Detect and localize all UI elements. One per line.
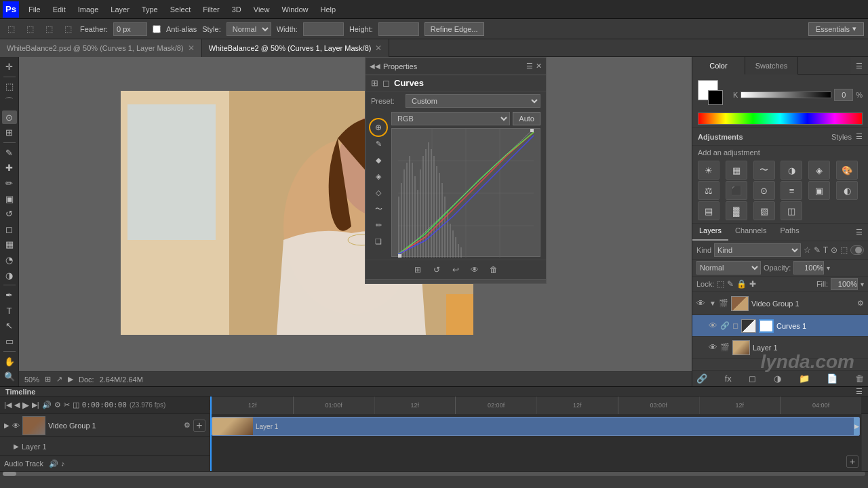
curves-mask-toggle[interactable]: ◻ xyxy=(732,321,738,330)
feather-input[interactable] xyxy=(113,22,147,36)
tab-color[interactable]: Color xyxy=(692,57,745,75)
adj-selectivecolor-icon[interactable]: ◫ xyxy=(781,201,802,220)
dodge-tool[interactable]: ◑ xyxy=(2,268,17,283)
audio-note-icon[interactable]: ♪ xyxy=(61,460,65,468)
layer-filter-icon-4[interactable]: ⊙ xyxy=(831,245,837,255)
color-panel-menu-icon[interactable]: ☰ xyxy=(850,57,868,75)
lock-icon-1[interactable]: ⬚ xyxy=(717,279,724,289)
kind-select[interactable]: Kind xyxy=(714,243,801,257)
timeline-settings-icon[interactable]: ☰ xyxy=(856,387,863,396)
menu-3d[interactable]: 3D xyxy=(226,4,247,15)
layer-filter-icon-3[interactable]: T xyxy=(823,245,828,255)
curves-mask-icon[interactable]: ◻ xyxy=(382,78,390,88)
tl-transition-icon[interactable]: ◫ xyxy=(73,401,79,409)
tab-0-close-icon[interactable]: ✕ xyxy=(188,43,195,53)
background-swatch[interactable] xyxy=(708,90,723,105)
tl-play-icon[interactable]: ▶ xyxy=(22,400,29,410)
eraser-tool[interactable]: ◻ xyxy=(2,222,17,237)
curves-smooth-tool[interactable]: 〜 xyxy=(371,201,386,216)
tl-audio-icon[interactable]: 🔊 xyxy=(42,401,52,409)
adj-photofilt-icon[interactable]: ⊙ xyxy=(753,181,775,200)
zoom-tool[interactable]: 🔍 xyxy=(2,369,17,384)
paths-tab[interactable]: Paths xyxy=(774,224,806,241)
curves-bottom-icon-1[interactable]: ⊞ xyxy=(411,263,425,277)
layer-item-curves[interactable]: 👁 🔗 ◻ Curves 1 xyxy=(692,315,868,337)
tl-settings-icon[interactable]: ⚙ xyxy=(54,401,61,409)
adj-gradientmap-icon[interactable]: ▧ xyxy=(753,201,775,220)
curves-bottom-icon-4[interactable]: 👁 xyxy=(468,263,481,277)
status-play-icon[interactable]: ▶ xyxy=(68,375,73,384)
tl-add-track-right[interactable]: + xyxy=(846,455,859,468)
tl-video-clip[interactable]: Layer 1 ▶ xyxy=(212,417,860,436)
layer-filter-icon-1[interactable]: ☆ xyxy=(804,245,811,255)
channel-select[interactable]: RGB xyxy=(391,112,510,125)
audio-mute-icon[interactable]: 🔊 xyxy=(49,460,58,468)
filter-toggle[interactable] xyxy=(850,245,864,255)
channels-tab[interactable]: Channels xyxy=(728,224,773,241)
adj-channelmixer-icon[interactable]: ≡ xyxy=(781,181,802,200)
tl-next-frame-icon[interactable]: ▶| xyxy=(32,401,39,409)
blur-tool[interactable]: ◔ xyxy=(2,253,17,267)
curves-bottom-icon-3[interactable]: ↩ xyxy=(449,263,462,277)
tl-expand-layer-icon[interactable]: ▶ xyxy=(14,443,19,450)
menu-filter[interactable]: Filter xyxy=(197,4,224,15)
curves-eyedropper-black[interactable]: ◆ xyxy=(371,152,386,167)
layer-filter-icon-5[interactable]: ⬚ xyxy=(840,245,848,255)
adj-brightness-icon[interactable]: ☀ xyxy=(698,161,719,180)
tl-add-track-btn[interactable]: + xyxy=(193,420,205,432)
curves-eyedropper-gray[interactable]: ◈ xyxy=(371,169,386,184)
marquee-tool[interactable]: ⬚ xyxy=(2,80,17,94)
lasso-tool[interactable]: ⌒ xyxy=(2,95,17,109)
menu-select[interactable]: Select xyxy=(165,4,197,15)
curves-pixel-icon[interactable]: ⊞ xyxy=(371,78,378,88)
adj-bw-icon[interactable]: ⬛ xyxy=(726,181,747,200)
layers-tab[interactable]: Layers xyxy=(692,224,728,241)
adj-hue-icon[interactable]: 🎨 xyxy=(836,161,858,180)
adj-menu-icon[interactable]: ☰ xyxy=(856,132,863,141)
video-group-vis-icon[interactable]: 👁 xyxy=(696,298,705,308)
curves-pencil-tool[interactable]: ✏ xyxy=(371,218,386,232)
layer-filter-icon-2[interactable]: ✎ xyxy=(814,245,821,255)
history-brush-tool[interactable]: ↺ xyxy=(2,207,17,221)
tl-group-vis-icon[interactable]: 👁 xyxy=(12,422,20,430)
opacity-arrow-icon[interactable]: ▾ xyxy=(827,264,830,272)
curves-bottom-icon-2[interactable]: ↺ xyxy=(430,263,443,277)
k-value-input[interactable] xyxy=(834,89,853,101)
link-layers-icon[interactable]: 🔗 xyxy=(696,373,707,384)
path-select-tool[interactable]: ↖ xyxy=(2,319,17,333)
blend-mode-select[interactable]: Normal xyxy=(696,261,761,274)
adj-exposure-icon[interactable]: ◑ xyxy=(781,161,802,180)
foreground-swatch[interactable] xyxy=(698,80,718,100)
menu-image[interactable]: Image xyxy=(73,4,104,15)
color-gradient-bar[interactable] xyxy=(698,113,863,125)
brush-tool[interactable]: ✏ xyxy=(2,176,17,190)
adj-vibrance-icon[interactable]: ◈ xyxy=(808,161,830,180)
curves-draw-tool[interactable]: ✎ xyxy=(371,136,386,151)
delete-layer-icon[interactable]: 🗑 xyxy=(855,373,864,384)
status-export-icon[interactable]: ↗ xyxy=(56,375,62,384)
adj-levels-icon[interactable]: ▦ xyxy=(726,161,747,180)
adj-colorbalance-icon[interactable]: ⚖ xyxy=(698,181,719,200)
new-layer-icon[interactable]: 📄 xyxy=(827,373,837,384)
fill-input[interactable] xyxy=(831,278,858,290)
adj-posterize-icon[interactable]: ▤ xyxy=(698,201,719,220)
add-mask-icon[interactable]: ◻ xyxy=(749,373,756,384)
status-doc-icon[interactable]: ⊞ xyxy=(45,375,51,384)
essentials-button[interactable]: Essentials ▾ xyxy=(808,22,864,36)
k-slider[interactable] xyxy=(741,92,831,98)
tab-swatches[interactable]: Swatches xyxy=(745,57,798,75)
height-input[interactable] xyxy=(378,22,419,36)
healing-tool[interactable]: ✚ xyxy=(2,161,17,176)
properties-menu-icon[interactable]: ☰ xyxy=(526,62,533,70)
layer1-vis-icon[interactable]: 👁 xyxy=(709,342,717,352)
curves-link-icon[interactable]: 🔗 xyxy=(720,321,730,330)
menu-help[interactable]: Help xyxy=(315,4,342,15)
menu-file[interactable]: File xyxy=(23,4,46,15)
refine-edge-button[interactable]: Refine Edge... xyxy=(425,22,484,36)
lock-icon-4[interactable]: ✚ xyxy=(749,279,756,289)
tl-cut-icon[interactable]: ✂ xyxy=(64,401,70,409)
adjustment-layer-icon[interactable]: ◑ xyxy=(774,373,781,384)
lock-icon-2[interactable]: ✎ xyxy=(727,279,734,289)
layers-panel-menu-icon[interactable]: ☰ xyxy=(850,224,868,241)
menu-type[interactable]: Type xyxy=(136,4,163,15)
